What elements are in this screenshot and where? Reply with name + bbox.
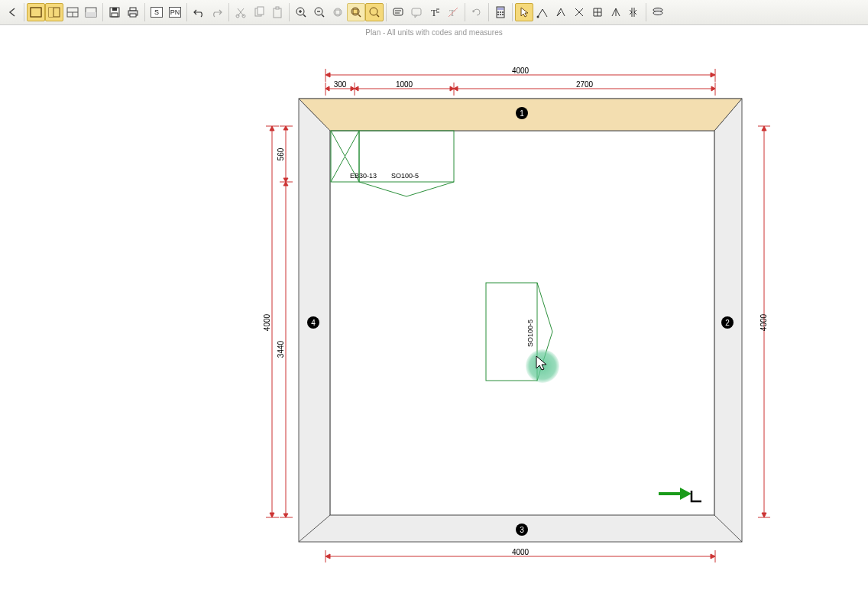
side-view-a-button[interactable] <box>63 3 82 21</box>
save-button[interactable] <box>105 3 124 21</box>
svg-rect-11 <box>112 8 117 11</box>
front-view-button[interactable] <box>45 3 63 21</box>
cut-button[interactable] <box>232 3 250 21</box>
zoom-in-button[interactable] <box>292 3 310 21</box>
select-tool-button[interactable] <box>515 3 533 21</box>
svg-point-49 <box>502 11 504 13</box>
svg-text:560: 560 <box>277 148 285 160</box>
grid-button[interactable] <box>588 3 607 21</box>
svg-rect-15 <box>130 14 136 17</box>
svg-point-50 <box>497 14 499 15</box>
zoom-out-button[interactable] <box>310 3 329 21</box>
svg-line-35 <box>377 15 379 17</box>
svg-text:3: 3 <box>520 526 524 534</box>
plan-view-button[interactable] <box>27 3 45 21</box>
main-toolbar: S PN T T <box>0 0 868 25</box>
inner-room <box>330 131 714 515</box>
svg-text:3440: 3440 <box>277 340 285 358</box>
view-subtitle: Plan - All units with codes and measures <box>0 25 868 40</box>
paste-button[interactable] <box>268 3 287 21</box>
svg-point-47 <box>497 11 499 13</box>
svg-rect-12 <box>112 13 118 17</box>
comment-button[interactable] <box>407 3 426 21</box>
svg-text:4000: 4000 <box>760 313 768 331</box>
plan-canvas[interactable]: 1 2 3 4 4000 300 1000 2700 4000 <box>0 40 868 590</box>
svg-text:1000: 1000 <box>396 80 413 89</box>
svg-line-25 <box>303 15 306 17</box>
svg-rect-46 <box>497 8 504 10</box>
snap-endpoint-button[interactable] <box>533 3 552 21</box>
unit-so100-5-center-label: SO100-5 <box>526 319 534 347</box>
svg-text:300: 300 <box>334 80 347 89</box>
unit-so100-5-top-label: SO100-5 <box>391 172 419 180</box>
calculator-button[interactable] <box>491 3 510 21</box>
svg-point-34 <box>370 8 377 15</box>
svg-text:4000: 4000 <box>512 548 530 556</box>
note-button[interactable] <box>389 3 407 21</box>
svg-rect-32 <box>353 9 358 14</box>
svg-rect-21 <box>276 7 279 9</box>
svg-text:T: T <box>431 7 437 18</box>
svg-rect-30 <box>335 10 340 15</box>
svg-text:2700: 2700 <box>576 80 594 89</box>
unit-eb30-13-label: EB30-13 <box>350 172 377 180</box>
snap-midpoint-button[interactable] <box>552 3 570 21</box>
snap-intersect-button[interactable] <box>570 3 588 21</box>
svg-rect-19 <box>257 7 264 15</box>
svg-point-48 <box>500 11 501 13</box>
svg-rect-39 <box>412 8 421 15</box>
zoom-area-button[interactable] <box>347 3 365 21</box>
svg-point-53 <box>537 16 539 18</box>
svg-rect-36 <box>394 8 403 15</box>
refresh-button[interactable] <box>468 3 486 21</box>
svg-point-51 <box>500 14 501 15</box>
drawing-svg: 1 2 3 4 4000 300 1000 2700 4000 <box>0 40 868 590</box>
side-view-b-button[interactable] <box>82 3 100 21</box>
svg-text:4000: 4000 <box>263 313 271 331</box>
snap-tangent-button[interactable] <box>625 3 643 21</box>
undo-button[interactable] <box>189 3 208 21</box>
svg-line-28 <box>322 15 324 17</box>
dim-top-segments <box>326 83 715 96</box>
back-button[interactable] <box>3 3 21 21</box>
dim-left-segments <box>280 126 293 517</box>
svg-text:2: 2 <box>725 319 730 327</box>
text-tool-button[interactable]: T <box>426 3 444 21</box>
svg-rect-3 <box>49 8 53 17</box>
layers-button[interactable] <box>649 3 667 21</box>
svg-point-52 <box>502 14 504 15</box>
pn-mode-button[interactable]: PN <box>166 3 184 21</box>
svg-rect-13 <box>130 8 136 11</box>
svg-text:4: 4 <box>311 319 316 327</box>
svg-line-33 <box>358 15 361 17</box>
copy-button[interactable] <box>250 3 268 21</box>
svg-text:1: 1 <box>520 109 524 118</box>
text-hide-button[interactable]: T <box>444 3 462 21</box>
zoom-selection-button[interactable] <box>365 3 384 21</box>
s-mode-button[interactable]: S <box>147 3 166 21</box>
redo-button[interactable] <box>208 3 226 21</box>
snap-perpendicular-button[interactable] <box>607 3 625 21</box>
svg-point-57 <box>653 11 662 15</box>
zoom-fit-button[interactable] <box>329 3 347 21</box>
svg-rect-20 <box>274 8 281 18</box>
svg-rect-1 <box>31 8 41 17</box>
dim-top-overall-label: 4000 <box>512 66 530 75</box>
svg-rect-9 <box>86 12 96 17</box>
print-button[interactable] <box>124 3 142 21</box>
